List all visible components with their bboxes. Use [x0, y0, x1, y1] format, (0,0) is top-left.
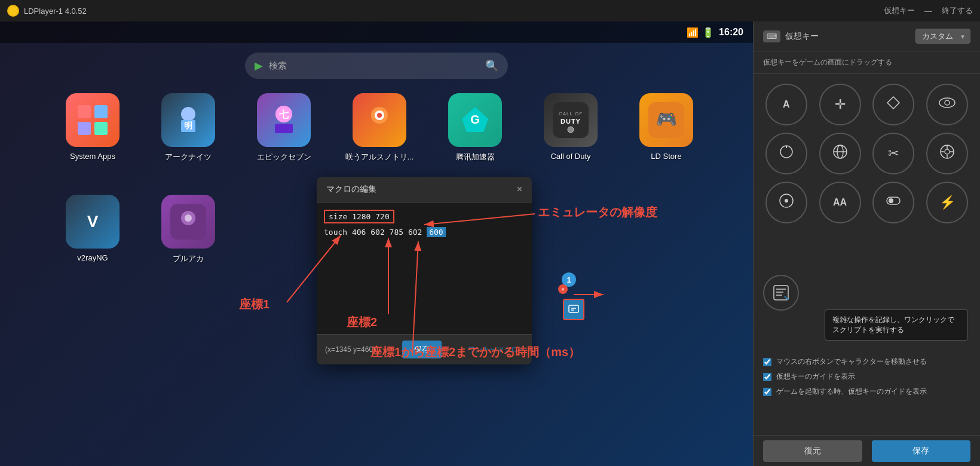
vkey-btn-cross[interactable]: ✛ — [819, 84, 861, 125]
macro-dialog-body: size 1280 720 touch 406 602 785 602 600 — [317, 203, 532, 334]
panel-preset-dropdown[interactable]: カスタム — [915, 29, 970, 44]
app-item-ldstore[interactable]: 🎮 LD Store — [621, 93, 711, 189]
panel-bottom-buttons: 復元 保存 — [754, 435, 980, 466]
macro-dialog-title: マクロの編集 — [326, 184, 376, 195]
macro-touch-prefix: touch 406 602 785 602 — [324, 228, 427, 237]
svg-text:明: 明 — [184, 121, 192, 130]
macro-size-value: size 1280 720 — [324, 210, 394, 223]
checkbox-guide[interactable] — [763, 373, 771, 381]
app-label-system: System Apps — [70, 152, 115, 161]
panel-save-btn[interactable]: 保存 — [872, 440, 971, 462]
app-icon-tencent: G — [448, 93, 502, 147]
app-item-system-apps[interactable]: System Apps — [48, 93, 137, 189]
tooltip-text: 複雑な操作を記録し、ワンクリックでスクリプトを実行する — [832, 315, 954, 334]
macro-close-btn[interactable]: × — [517, 184, 522, 195]
tooltip-box: 複雑な操作を記録し、ワンクリックでスクリプトを実行する — [825, 309, 968, 341]
svg-text:G: G — [470, 113, 480, 126]
search-icon[interactable]: 🔍 — [485, 59, 498, 72]
vkey-btn-tilt[interactable] — [872, 84, 914, 125]
app-icon-ldstore: 🎮 — [639, 93, 693, 147]
svg-point-30 — [939, 98, 955, 108]
app-item-tencent[interactable]: G 腾讯加速器 — [430, 93, 520, 189]
svg-text:七: 七 — [279, 109, 289, 119]
svg-rect-23 — [569, 305, 578, 312]
svg-text:DUTY: DUTY — [561, 118, 581, 125]
svg-point-12 — [377, 113, 382, 118]
app-item-v2ray[interactable]: V v2rayNG — [48, 195, 137, 290]
keyboard-icon-box: ⌨ — [763, 30, 780, 42]
widget-close-btn[interactable]: × — [558, 284, 568, 294]
title-bar-left: LDPlayer-1 4.0.52 — [7, 5, 87, 17]
search-bar[interactable]: ▶ 検索 🔍 — [245, 53, 508, 79]
vkey-btn-aa[interactable]: AA — [819, 182, 861, 223]
vkey-btn-scissors[interactable]: ✂ — [872, 133, 914, 174]
wifi-icon: 📶 — [687, 27, 699, 38]
app-icon-arknights: 明 — [161, 93, 215, 147]
app-label-cod: Call of Duty — [550, 152, 590, 161]
svg-rect-9 — [275, 124, 293, 133]
app-label-ldstore: LD Store — [651, 152, 681, 161]
vkey-btn-globe[interactable] — [819, 133, 861, 174]
vkey-btn-switch[interactable] — [872, 182, 914, 223]
checkbox-mouse[interactable] — [763, 358, 771, 366]
checkbox-startup-label: ゲームを起動する時、仮想キーのガイドを表示 — [776, 387, 927, 397]
search-placeholder: 検索 — [269, 60, 479, 72]
floating-widget: 1 × — [562, 272, 584, 320]
vkey-btn-wheel[interactable] — [765, 182, 807, 223]
vkey-btn-a[interactable]: A — [765, 84, 807, 125]
macro-touch-highlight: 600 — [427, 227, 445, 237]
macro-coordinates: (x=1345 y=460) — [325, 345, 375, 354]
play-store-icon: ▶ — [255, 59, 263, 72]
title-bar-right: 仮想キー — 終了する — [884, 5, 973, 16]
svg-point-37 — [945, 149, 950, 154]
svg-rect-0 — [78, 105, 91, 118]
checkboxes-section: マウスの右ボタンでキャラクターを移動させる 仮想キーのガイドを表示 ゲームを起動… — [754, 352, 980, 406]
app-item-epic[interactable]: 七 エピックセブン — [239, 93, 329, 189]
checkbox-row-guide: 仮想キーのガイドを表示 — [763, 372, 970, 382]
checkbox-row-mouse: マウスの右ボタンでキャラクターを移動させる — [763, 357, 970, 367]
virtual-key-label[interactable]: 仮想キー — [884, 5, 915, 16]
app-icon-blueaka — [161, 195, 215, 249]
macro-touch-line: touch 406 602 785 602 600 — [324, 227, 525, 237]
right-panel: ⌨ 仮想キー カスタム ▼ 仮想キーをゲームの画面にドラッグする A ✛ — [753, 22, 980, 466]
app-icon-v2ray: V — [66, 195, 120, 249]
panel-title-row: ⌨ 仮想キー — [763, 30, 819, 42]
system-apps-image — [66, 93, 120, 147]
svg-point-45 — [889, 198, 893, 203]
panel-dropdown-wrapper: カスタム ▼ — [915, 29, 970, 44]
app-item-saku[interactable]: 咲うアルスノトリ... — [335, 93, 424, 189]
app-icon-epic: 七 — [257, 93, 311, 147]
coord1-annotation: 座標1 — [239, 296, 270, 312]
checkbox-startup[interactable] — [763, 388, 771, 396]
vkey-btn-eye[interactable] — [926, 84, 968, 125]
macro-dialog-header: マクロの編集 × — [317, 177, 532, 203]
svg-point-43 — [785, 199, 788, 203]
emulator-area: 📶 🔋 16:20 ▶ 検索 🔍 System Apps — [0, 22, 753, 466]
app-icon-system — [66, 93, 120, 147]
app-item-blueaka[interactable]: ブルアカ — [143, 195, 233, 290]
macro-save-btn[interactable]: 保存 — [402, 341, 442, 358]
vkey-btn-rotate[interactable] — [765, 133, 807, 174]
vkey-btn-aim[interactable] — [926, 133, 968, 174]
widget-icon-box[interactable] — [563, 299, 584, 320]
svg-text:🎮: 🎮 — [656, 109, 677, 129]
exit-btn[interactable]: 終了する — [942, 5, 973, 16]
app-item-arknights[interactable]: 明 アークナイツ — [143, 93, 233, 189]
macro-onekey-link[interactable]: ワンキーマクロ♂ — [468, 345, 523, 355]
app-item-cod[interactable]: CALL OF DUTY Call of Duty — [526, 93, 615, 189]
macro-script-btn[interactable] — [763, 275, 799, 311]
status-icons: 📶 🔋 — [687, 27, 714, 38]
panel-reset-btn[interactable]: 復元 — [763, 440, 862, 462]
title-bar: LDPlayer-1 4.0.52 仮想キー — 終了する — [0, 0, 980, 22]
svg-rect-3 — [94, 122, 108, 135]
macro-size-line: size 1280 720 — [324, 210, 525, 223]
macro-dialog-footer: (x=1345 y=460) 保存 ワンキーマクロ♂ — [317, 334, 532, 364]
right-panel-header: ⌨ 仮想キー カスタム ▼ — [754, 22, 980, 51]
minimize-btn[interactable]: — — [924, 7, 932, 16]
app-logo — [7, 5, 19, 17]
svg-text:CALL OF: CALL OF — [559, 111, 583, 116]
checkbox-guide-label: 仮想キーのガイドを表示 — [776, 372, 855, 382]
vkey-btn-lightning[interactable]: ⚡ — [926, 182, 968, 223]
svg-rect-1 — [94, 105, 108, 118]
checkbox-mouse-label: マウスの右ボタンでキャラクターを移動させる — [776, 357, 927, 367]
